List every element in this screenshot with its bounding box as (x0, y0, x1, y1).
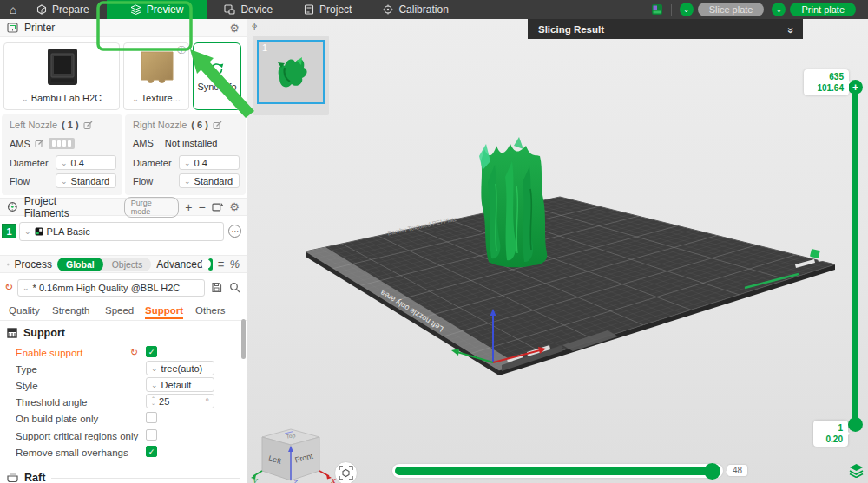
printer-name-row[interactable]: ⌄ Bambu Lab H2C (4, 93, 119, 103)
remove-filament-button[interactable]: − (199, 201, 206, 213)
left-nozzle-title: Left Nozzle (10, 120, 57, 130)
panel-scrollbar[interactable] (241, 319, 246, 359)
tab-calibration-label: Calibration (398, 3, 448, 16)
support-style-select[interactable]: ⌄Default (146, 377, 214, 392)
calibration-icon (383, 4, 393, 15)
info-icon[interactable]: ⓘ (177, 44, 186, 56)
left-diameter-select[interactable]: ⌄0.4 (56, 155, 116, 170)
left-diameter-value: 0.4 (71, 158, 84, 168)
critical-regions-checkbox[interactable] (146, 429, 157, 441)
printer-model-card[interactable]: ⌄ Bambu Lab H2C (3, 42, 120, 110)
filament-settings-gear-icon[interactable]: ⚙ (229, 200, 240, 213)
ams-unit-graphic[interactable] (49, 138, 75, 149)
parameter-list-icon[interactable]: ≡ (218, 258, 225, 270)
project-icon (304, 4, 314, 15)
fit-view-button[interactable] (334, 461, 358, 483)
tab-strength[interactable]: Strength (52, 305, 89, 316)
preset-select[interactable]: ⌄ * 0.16mm High Quality @BBL H2C (17, 279, 205, 297)
right-flow-select[interactable]: ⌄Standard (179, 173, 240, 188)
layer-slider-track[interactable] (852, 87, 858, 426)
step-slider-track[interactable] (392, 464, 723, 478)
advanced-toggle[interactable] (208, 258, 213, 271)
filaments-section-header: Project Filaments Purge mode + − ⚙ (0, 198, 247, 216)
build-plate-card[interactable]: ⓘ ⌄ Texture... (123, 42, 189, 110)
left-nozzle-box: Left Nozzle( 1 ) AMS Diameter ⌄0.4 Flow … (2, 114, 122, 195)
plate-green-emblem (810, 249, 820, 258)
sync-info-button[interactable]: Sync info (193, 42, 241, 110)
edit-icon[interactable] (213, 121, 222, 130)
navigation-cube[interactable]: Top Left Front y x z (250, 423, 337, 483)
right-diameter-label: Diameter (133, 158, 172, 168)
plate-name-row[interactable]: ⌄ Texture... (124, 93, 188, 103)
top-layer-number: 635 (809, 71, 844, 82)
printer-settings-gear-icon[interactable]: ⚙ (229, 22, 240, 35)
search-icon[interactable] (229, 282, 240, 293)
support-type-value: tree(auto) (161, 363, 203, 374)
bottom-layer-height: 0.20 (819, 434, 843, 445)
viewport-3d-scene[interactable]: Left nozzle only area Bambu Textured PEI… (247, 19, 868, 483)
style-label: Style (16, 381, 38, 391)
plate-status-icon[interactable] (651, 3, 663, 16)
tab-quality[interactable]: Quality (9, 305, 40, 316)
preset-modified-refresh-icon[interactable]: ↻ (4, 281, 13, 293)
chevron-down-icon: ⌄ (151, 364, 158, 373)
save-preset-icon[interactable] (211, 282, 222, 293)
plate-thumbnail-selected[interactable]: 1 (257, 40, 325, 104)
chevron-down-icon: ⌄ (184, 159, 191, 167)
chevron-down-icon: ⌄ (61, 159, 68, 167)
slice-options-dropdown[interactable]: ⌄ (680, 3, 694, 16)
support-type-select[interactable]: ⌄tree(auto) (146, 361, 214, 375)
bottom-layer-number: 1 (819, 422, 843, 434)
plate-thumbnail-number: 1 (262, 42, 267, 53)
tab-speed[interactable]: Speed (105, 305, 134, 316)
filament-sync-icon[interactable] (212, 202, 224, 212)
right-diameter-select[interactable]: ⌄0.4 (179, 155, 240, 170)
step-slider-handle[interactable] (704, 463, 720, 480)
print-options-dropdown[interactable]: ⌄ (772, 3, 786, 16)
divider (51, 478, 240, 479)
tab-calibration[interactable]: Calibration (372, 0, 458, 19)
layers-view-icon[interactable] (848, 463, 865, 478)
model-tree[interactable] (479, 137, 547, 267)
degree-unit: ° (206, 396, 209, 407)
right-ams-label: AMS (133, 138, 154, 148)
segment-global[interactable]: Global (57, 258, 103, 271)
tab-project-label: Project (319, 3, 352, 16)
tab-prepare[interactable]: Prepare (26, 0, 100, 19)
spinner-arrows-icon[interactable]: ⌃⌄ (151, 397, 155, 406)
filament-material-name: PLA Basic (47, 226, 90, 237)
panel-collapse-toggle[interactable]: ‹|› (252, 22, 256, 30)
compare-presets-icon[interactable]: % (229, 258, 240, 270)
support-group-header: Support (7, 327, 65, 339)
slice-plate-button[interactable]: Slice plate (698, 3, 765, 16)
right-nozzle-box: Right Nozzle( 6 ) AMS Not installed Diam… (125, 114, 246, 195)
left-flow-select[interactable]: ⌄Standard (56, 173, 116, 188)
tab-project[interactable]: Project (293, 0, 362, 19)
segment-objects[interactable]: Objects (103, 258, 152, 271)
reset-setting-icon[interactable]: ↻ (130, 347, 138, 358)
plate-thumbnail-card[interactable]: 1 (253, 36, 329, 115)
double-chevron-icon: » (784, 27, 797, 30)
slicing-result-bar[interactable]: Slicing Result » (528, 19, 803, 39)
tab-preview[interactable]: Preview (107, 0, 207, 19)
on-build-plate-only-checkbox[interactable] (146, 412, 157, 423)
edit-icon[interactable] (83, 121, 93, 130)
purge-mode-button[interactable]: Purge mode (124, 197, 180, 218)
add-filament-button[interactable]: + (185, 201, 192, 213)
filament-select[interactable]: ⌄ PLA Basic (19, 222, 224, 241)
filament-spool-icon (7, 201, 18, 212)
remove-overhangs-checkbox[interactable]: ✓ (146, 446, 157, 457)
edit-icon[interactable] (35, 139, 44, 148)
enable-support-checkbox[interactable]: ✓ (146, 346, 157, 357)
print-plate-button[interactable]: Print plate (790, 3, 856, 16)
home-icon[interactable]: ⌂ (0, 0, 26, 19)
filament-slot-badge[interactable]: 1 (2, 224, 16, 238)
tab-device[interactable]: Device (214, 0, 283, 19)
layer-slider-bottom-handle[interactable] (848, 417, 863, 432)
filament-more-options-button[interactable]: ⋯ (228, 225, 241, 238)
tab-support[interactable]: Support (145, 305, 183, 319)
prepare-icon (36, 4, 47, 15)
threshold-angle-spinner[interactable]: ⌃⌄ 25 ° (146, 394, 214, 408)
check-icon: ✓ (148, 348, 155, 356)
tab-others[interactable]: Others (195, 305, 226, 316)
